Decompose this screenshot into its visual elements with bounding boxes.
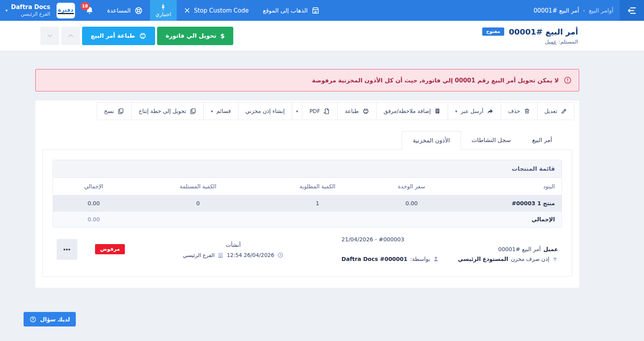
svg-text:PDF: PDF	[324, 111, 326, 113]
footer-total-label: الإجمالي	[450, 212, 562, 228]
permission-entry: 21/04/2026 - #000003 عميل أمر البيع #000…	[53, 231, 562, 268]
topbar: أوامر البيع ‹ أمر البيع #00001 الذهاب إل…	[0, 0, 644, 21]
product-unit-price: 0.00	[373, 195, 450, 212]
notifications-button[interactable]: 18	[79, 0, 100, 21]
table-header-row: البنود سعر الوحدة الكمية المطلوبة الكمية…	[53, 178, 562, 195]
next-record-button[interactable]	[40, 27, 59, 45]
add-note-attachment-label: إضافة ملاحظة/مرفق	[384, 108, 431, 114]
tab-sale-order[interactable]: أمر البيع	[521, 131, 563, 150]
have-a-question-button[interactable]: لديك سؤال ?	[24, 312, 76, 326]
copy-icon	[190, 108, 196, 115]
print-sale-order-label: طباعة أمر البيع	[91, 32, 135, 39]
printer-icon	[362, 108, 369, 115]
add-note-attachment-button[interactable]: إضافة ملاحظة/مرفق	[376, 102, 448, 120]
permission-info: 21/04/2026 - #000003 عميل أمر البيع #000…	[342, 236, 558, 262]
product-qty-received: 0	[134, 195, 262, 212]
rocket-icon	[159, 4, 167, 11]
company-names: Daftra Docs الفرع الرئيسي	[11, 4, 50, 18]
table-row: #00003 منتج 1 0.00 1 0 0.00	[53, 195, 562, 212]
caret-down-icon: ▾	[455, 109, 457, 113]
permission-type: إذن صرف مخزن	[511, 256, 549, 262]
convert-to-invoice-button[interactable]: $ تحويل الي فاتورة	[157, 27, 233, 45]
event-label: أنشأت	[226, 242, 241, 248]
recipient-label: المستلم:	[558, 38, 578, 45]
building-icon	[218, 252, 223, 258]
go-to-site-link[interactable]: الذهاب إلى الموقع	[256, 0, 326, 21]
trash-icon	[524, 108, 530, 114]
error-alert-message: لا يمكن تحويل أمر البيع رقم 00001 إلي فا…	[312, 77, 559, 84]
daftra-logo-text: دفترة	[58, 7, 74, 14]
tab-inventory-permissions[interactable]: الأذون المخزنية	[402, 131, 461, 150]
company-branch: الفرع الرئيسي	[11, 11, 50, 17]
delete-button[interactable]: حذف	[501, 102, 538, 120]
rejected-status-badge: مرفوض	[95, 244, 125, 254]
action-toolbar: تعديل حذف أرسل عبر ▾ إضافة ملاحظة/مرفق ط…	[40, 102, 574, 120]
footer-total-value: 0.00	[53, 212, 134, 228]
convert-to-production-plan-label: تحويل إلى خطة إنتاج	[139, 108, 186, 114]
delete-label: حذف	[508, 108, 520, 114]
send-via-button[interactable]: أرسل عبر ▾	[448, 102, 501, 120]
pencil-icon	[561, 108, 567, 114]
notifications-count-badge: 18	[80, 2, 90, 10]
sidebar-toggle-button[interactable]	[620, 0, 644, 21]
create-inventory-permission-button[interactable]: إنشاء إذن مخزني	[238, 102, 292, 120]
storefront-icon	[311, 6, 320, 15]
previous-record-button[interactable]	[61, 27, 80, 45]
clock-icon	[277, 252, 284, 258]
pdf-button[interactable]: PDF PDF	[302, 102, 338, 120]
recipient-link[interactable]: عميل	[545, 38, 557, 45]
exclamation-circle-icon	[564, 76, 572, 84]
duplicate-button[interactable]: نسخ	[97, 102, 132, 120]
column-total: الإجمالي	[53, 178, 134, 195]
help-menu[interactable]: المساعدة	[100, 0, 150, 21]
page-title-block: أمر البيع #00001 مفتوح المستلم: عميل	[482, 27, 578, 45]
event-branch: الفرع الرئيسي	[183, 252, 214, 258]
by-user: #000001 Daftra Docs	[342, 256, 408, 262]
document-reference: أمر البيع #00001	[498, 246, 540, 252]
daftra-logo[interactable]: دفترة	[57, 3, 75, 18]
edit-button[interactable]: تعديل	[537, 102, 575, 120]
column-qty-ordered: الكمية المطلوبة	[262, 178, 373, 195]
error-alert: لا يمكن تحويل أمر البيع رقم 00001 إلي فا…	[35, 69, 579, 91]
trial-label: اختباري	[156, 11, 171, 17]
vouchers-button[interactable]: قسائم ▾	[203, 102, 238, 120]
print-sale-order-button[interactable]: طباعة أمر البيع	[82, 27, 155, 45]
permission-event: أنشأت 12:54 26/04/2026 الفرع الرئيسي	[125, 240, 341, 258]
stop-custom-code-button[interactable]: Stop Custom Code	[177, 0, 256, 21]
note-icon	[434, 108, 441, 114]
pdf-dropdown-button[interactable]: ▾	[292, 102, 302, 120]
client-name: عميل	[543, 246, 558, 252]
copy-icon	[117, 108, 124, 115]
help-label: المساعدة	[107, 7, 131, 14]
company-switcher[interactable]: Daftra Docs الفرع الرئيسي ▾	[0, 4, 53, 18]
chevron-left-icon: ‹	[583, 8, 585, 13]
column-items: البنود	[450, 178, 562, 195]
convert-to-production-plan-button[interactable]: تحويل إلى خطة إنتاج	[131, 102, 204, 120]
page-header: أمر البيع #00001 مفتوح المستلم: عميل $ ت…	[0, 21, 644, 51]
send-via-label: أرسل عبر	[461, 108, 483, 114]
column-unit-price: سعر الوحدة	[373, 178, 450, 195]
chevron-down-icon: ▾	[5, 8, 7, 13]
print-button[interactable]: طباعة	[337, 102, 377, 120]
pdf-file-icon: PDF	[324, 108, 330, 115]
table-footer-row: الإجمالي 0.00	[53, 212, 562, 228]
recipient-line: المستلم: عميل	[482, 38, 578, 45]
event-time: 12:54 26/04/2026	[227, 252, 274, 258]
share-icon	[487, 108, 494, 115]
breadcrumb-parent[interactable]: أوامر البيع	[589, 7, 613, 14]
warehouse-name: المستودع الرئيسي	[458, 256, 508, 262]
go-to-site-label: الذهاب إلى الموقع	[263, 7, 307, 14]
caret-down-icon: ▾	[211, 109, 213, 113]
caret-down-icon: ▾	[296, 109, 298, 113]
detail-tabs: أمر البيع سجل النشاطات الأذون المخزنية	[40, 131, 574, 150]
trial-mode-tab[interactable]: اختباري	[150, 0, 177, 21]
breadcrumb-current: أمر البيع #00001	[534, 7, 579, 14]
edit-label: تعديل	[545, 108, 558, 114]
more-actions-button[interactable]: •••	[57, 239, 77, 260]
person-icon	[433, 256, 439, 262]
chevron-down-icon	[46, 32, 54, 40]
product-total: 0.00	[53, 195, 134, 212]
convert-to-invoice-label: تحويل الي فاتورة	[166, 32, 216, 39]
product-item: #00003 منتج 1	[512, 200, 555, 206]
tab-activity-log[interactable]: سجل النشاطات	[461, 131, 521, 150]
